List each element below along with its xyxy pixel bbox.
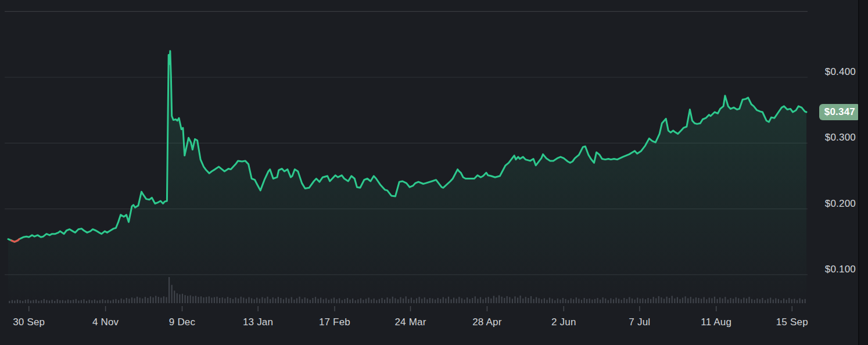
volume-bar (280, 298, 281, 303)
volume-bar (216, 297, 217, 303)
volume-bar (677, 297, 678, 303)
volume-bar (198, 297, 199, 303)
volume-bar (451, 299, 452, 303)
volume-bar (453, 298, 454, 303)
volume-bar (52, 300, 53, 303)
volume-bar (147, 298, 148, 303)
volume-bar (261, 297, 263, 303)
volume-bar (286, 298, 287, 303)
volume-bar (22, 301, 23, 303)
volume-bar (738, 299, 739, 304)
volume-bar (371, 300, 372, 303)
volume-bar (477, 299, 478, 303)
volume-bar (89, 300, 90, 303)
volume-bar (591, 300, 593, 303)
volume-bar (400, 297, 401, 303)
volume-bar (238, 299, 239, 303)
volume-bar (150, 296, 151, 303)
volume-bar (339, 299, 340, 304)
volume-bar (406, 296, 407, 303)
x-axis-label: 13 Jan (243, 317, 273, 328)
volume-bar (765, 300, 766, 303)
volume-bar (214, 297, 215, 303)
volume-bar (717, 299, 718, 303)
volume-bar (770, 298, 771, 303)
x-axis-label: 24 Mar (394, 317, 426, 328)
volume-bar (33, 300, 34, 303)
volume-bar (153, 297, 154, 303)
volume-bar (605, 299, 606, 303)
volume-bar (256, 298, 257, 303)
volume-bar (778, 299, 779, 303)
x-axis-label: 2 Jun (551, 317, 576, 328)
volume-bar (200, 296, 202, 303)
volume-bar (559, 300, 561, 303)
volume-bar (419, 297, 420, 303)
price-chart[interactable] (0, 0, 868, 345)
volume-bar (629, 297, 630, 303)
volume-bar (445, 299, 446, 303)
volume-bar (576, 297, 577, 303)
volume-bar (602, 297, 604, 303)
volume-bar (573, 299, 574, 303)
x-axis-label: 28 Apr (472, 317, 501, 328)
volume-bar (283, 299, 284, 303)
volume-bar (166, 297, 167, 303)
volume-bar (493, 296, 494, 303)
volume-bar (352, 299, 353, 303)
volume-bar (185, 295, 186, 303)
volume-bar (73, 300, 74, 303)
volume-bar (464, 300, 465, 303)
volume-bar (440, 299, 441, 303)
volume-bar (797, 300, 798, 303)
volume-bar (507, 296, 508, 303)
volume-bar (94, 300, 95, 303)
volume-bar (96, 301, 98, 304)
volume-bar (241, 297, 242, 303)
volume-bar (190, 296, 191, 304)
volume-bar (504, 298, 505, 303)
volume-bar (661, 297, 662, 303)
volume-bar (99, 300, 101, 303)
volume-bar (775, 299, 776, 304)
volume-bar (618, 299, 619, 303)
volume-bar (437, 298, 439, 303)
volume-bar (706, 299, 707, 303)
volume-bar (421, 299, 422, 303)
volume-bar (621, 300, 622, 303)
volume-bar (64, 301, 66, 304)
volume-bar (514, 296, 515, 303)
volume-bar (685, 296, 686, 303)
volume-bar (38, 301, 40, 303)
volume-bar (320, 298, 321, 303)
volume-bar (113, 300, 114, 303)
volume-bar (650, 299, 651, 303)
volume-bar (411, 298, 412, 303)
volume-bar (586, 299, 587, 303)
volume-bar (310, 300, 311, 303)
volume-bar (501, 297, 503, 303)
x-axis-label: 9 Dec (169, 317, 195, 328)
x-axis-label: 30 Sep (13, 317, 45, 328)
volume-bar (376, 300, 377, 303)
volume-bar (54, 301, 55, 303)
volume-bar (312, 298, 313, 303)
price-area (8, 51, 806, 303)
volume-bar (581, 300, 582, 303)
volume-bar (195, 296, 196, 303)
volume-bar (791, 299, 792, 303)
volume-bar (27, 299, 28, 303)
volume-bar (83, 299, 84, 303)
volume-bar (35, 300, 37, 303)
volume-bar (786, 300, 787, 303)
volume-bar (397, 299, 399, 303)
volume-bar (741, 299, 742, 303)
volume-bar (432, 299, 433, 303)
volume-bar (14, 301, 15, 304)
volume-bar (107, 300, 109, 303)
volume-bar (209, 296, 210, 303)
volume-bar (632, 299, 633, 303)
volume-bar (429, 298, 431, 303)
volume-bar (171, 285, 173, 304)
volume-bar (392, 297, 393, 303)
